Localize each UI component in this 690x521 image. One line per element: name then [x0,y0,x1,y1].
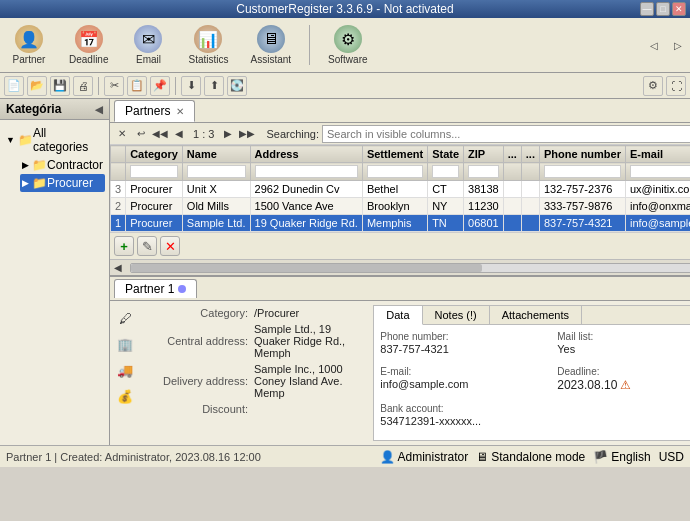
software-toolbar-btn[interactable]: ⚙ Software [321,21,374,69]
col-phone[interactable]: Phone number [539,146,625,163]
central-address-label: Central address: [144,335,254,347]
filter-name-input[interactable] [187,165,246,178]
email-toolbar-btn[interactable]: ✉ Email [123,21,173,69]
tree-item-contractor[interactable]: ▶ 📁 Contractor [20,156,105,174]
print-btn[interactable]: 🖨 [73,76,93,96]
import-btn[interactable]: ⬇ [181,76,201,96]
filter-address-input[interactable] [255,165,358,178]
col-settlement[interactable]: Settlement [362,146,427,163]
deadline-label: Deadline [69,54,108,65]
cell-address: 19 Quaker Ridge Rd. [250,215,362,232]
statistics-toolbar-btn[interactable]: 📊 Statistics [181,21,235,69]
cell-settlement: Brooklyn [362,198,427,215]
lang-label: English [611,450,650,464]
cell-d2 [521,181,539,198]
cell-zip: 11230 [464,198,504,215]
col-category[interactable]: Category [126,146,183,163]
right-panel-wrapper: Partners ✕ ✕ ↩ ◀◀ ◀ 1 : 3 ▶ ▶▶ Searching… [110,99,690,445]
col-email[interactable]: E-mail [626,146,691,163]
table-next-btn[interactable]: ▶ [220,126,236,142]
data-tab[interactable]: Data [374,306,422,325]
export-btn[interactable]: ⬆ [204,76,224,96]
attachements-tab[interactable]: Attachements [490,306,582,324]
minimize-button[interactable]: — [640,2,654,16]
h-scroll-track[interactable] [130,263,690,273]
mode-icon: 🖥 [476,450,488,464]
tree-label-procurer: Procurer [47,176,93,190]
table-refresh-btn[interactable]: ↩ [133,126,149,142]
cell-category: Procurer [126,215,183,232]
scroll-left-btn[interactable]: ◀ [110,260,126,276]
add-button[interactable]: + [114,236,134,256]
table-last-btn[interactable]: ▶▶ [239,126,255,142]
table-row[interactable]: 2 Procurer Old Mills 1500 Vance Ave Broo… [111,198,690,215]
detail-icon-1[interactable]: 🖊 [116,309,134,327]
sec-separator-1 [98,77,99,95]
h-scroll-thumb[interactable] [131,264,482,272]
detail-icon-4[interactable]: 💰 [116,387,134,405]
tree-label-contractor: Contractor [47,158,103,172]
admin-label: Administrator [398,450,469,464]
category-collapse-btn[interactable]: ◀ [95,104,103,115]
delete-button[interactable]: ✕ [160,236,180,256]
tree-item-all[interactable]: ▼ 📁 All categories [4,124,105,156]
data-table-container: Category Name Address Settlement State Z… [110,145,690,232]
filter-settlement-input[interactable] [367,165,423,178]
notes-tab[interactable]: Notes (!) [423,306,490,324]
edit-button[interactable]: ✎ [137,236,157,256]
detail-icon-2[interactable]: 🏢 [116,335,134,353]
filter-zip-input[interactable] [468,165,499,178]
col-state[interactable]: State [428,146,464,163]
table-prev-btn[interactable]: ◀ [171,126,187,142]
filter-state-input[interactable] [432,165,459,178]
window-controls[interactable]: — □ ✕ [640,2,686,16]
col-dots1[interactable]: ... [503,146,521,163]
partners-tab-close[interactable]: ✕ [176,106,184,117]
secondary-toolbar: 📄 📂 💾 🖨 ✂ 📋 📌 ⬇ ⬆ 💽 ⚙ ⛶ [0,73,690,99]
tree-item-procurer[interactable]: ▶ 📁 Procurer [20,174,105,192]
paste-btn[interactable]: 📌 [150,76,170,96]
toolbar-back-btn[interactable]: ◁ [646,37,662,53]
detail-left-fields: Category: /Procurer Central address: Sam… [140,305,369,441]
open-btn[interactable]: 📂 [27,76,47,96]
tree-label-all: All categories [33,126,103,154]
bank-account-value: 534712391-xxxxxx... [380,415,549,427]
deadline-warning-icon: ⚠ [620,378,631,392]
category-field-label: Category: [144,307,254,319]
settings-btn[interactable]: ⚙ [643,76,663,96]
new-btn[interactable]: 📄 [4,76,24,96]
partner1-tab[interactable]: Partner 1 [114,279,197,298]
save-btn[interactable]: 💾 [50,76,70,96]
filter-email-input[interactable] [630,165,690,178]
copy-btn[interactable]: 📋 [127,76,147,96]
close-button[interactable]: ✕ [672,2,686,16]
detail-icon-3[interactable]: 🚚 [116,361,134,379]
deadline-toolbar-btn[interactable]: 📅 Deadline [62,21,115,69]
toolbar-forward-btn[interactable]: ▷ [670,37,686,53]
col-address[interactable]: Address [250,146,362,163]
maximize-button[interactable]: □ [656,2,670,16]
table-first-btn[interactable]: ◀◀ [152,126,168,142]
category-tree: ▼ 📁 All categories ▶ 📁 Contractor ▶ 📁 Pr… [0,120,109,445]
assistant-toolbar-btn[interactable]: 🖥 Assistant [244,21,299,69]
disk-btn[interactable]: 💽 [227,76,247,96]
table-row[interactable]: 3 Procurer Unit X 2962 Dunedin Cv Bethel… [111,181,690,198]
col-zip[interactable]: ZIP [464,146,504,163]
mail-list-field-group: Mail list: Yes [557,331,690,362]
fullscreen-btn[interactable]: ⛶ [666,76,686,96]
filter-phone-input[interactable] [544,165,621,178]
expand-icon-procurer: ▶ [22,178,29,188]
filter-category-input[interactable] [130,165,178,178]
col-name[interactable]: Name [182,146,250,163]
partners-tab[interactable]: Partners ✕ [114,100,195,122]
table-close-btn[interactable]: ✕ [114,126,130,142]
sec-separator-2 [175,77,176,95]
cut-btn[interactable]: ✂ [104,76,124,96]
search-input[interactable] [322,125,690,143]
h-scroll[interactable]: ◀ ▶ [110,259,690,275]
table-row[interactable]: 1 Procurer Sample Ltd. 19 Quaker Ridge R… [111,215,690,232]
partner-toolbar-btn[interactable]: 👤 Partner [4,21,54,69]
col-dots2[interactable]: ... [521,146,539,163]
cell-email: ux@initix.com [626,181,691,198]
cell-d1 [503,215,521,232]
